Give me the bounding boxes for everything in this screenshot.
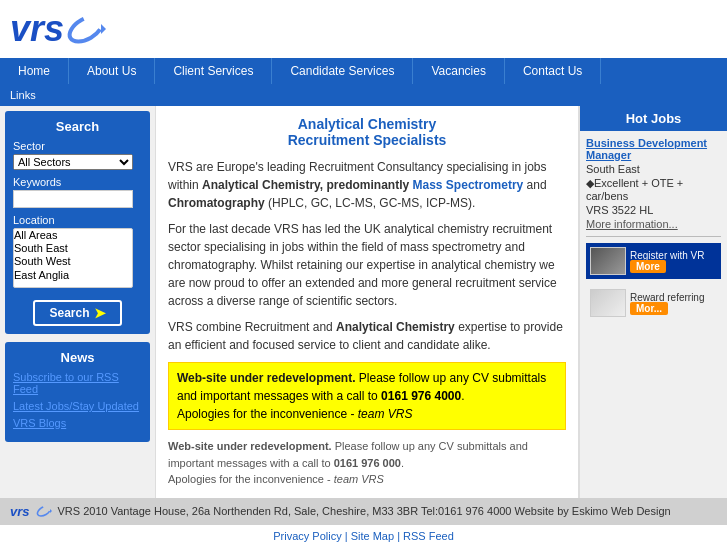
register-content: Register with VR More (630, 250, 704, 272)
sector-select[interactable]: All Sectors Analytical Chemistry Biochem… (13, 154, 133, 170)
search-panel: Search Sector All Sectors Analytical Che… (5, 111, 150, 334)
hot-job-1-ref: VRS 3522 HL (586, 204, 721, 216)
footer-links: Privacy Policy | Site Map | RSS Feed (0, 525, 727, 546)
highlight-box: Web-site under redevelopment. Please fol… (168, 362, 566, 430)
divider (586, 236, 721, 237)
content-subtitle: Recruitment Specialists (168, 132, 566, 148)
footer-address: VRS 2010 Vantage House, 26a Northenden R… (58, 505, 671, 517)
footer-logo-arrow (36, 505, 52, 517)
content-para2: For the last decade VRS has led the UK a… (168, 220, 566, 310)
hot-jobs-content: Business Development Manager South East … (580, 131, 727, 333)
news-blogs-link[interactable]: VRS Blogs (13, 417, 142, 429)
nav-about[interactable]: About Us (69, 58, 155, 84)
news-panel: News Subscribe to our RSS Feed Latest Jo… (5, 342, 150, 442)
logo-arrow-icon (66, 14, 106, 44)
hot-job-1-more[interactable]: More information... (586, 218, 721, 230)
register-more-btn[interactable]: More (630, 260, 666, 273)
highlight-phone: 0161 976 4000 (381, 389, 461, 403)
sub-nav: Links (0, 84, 727, 106)
location-label: Location (13, 214, 142, 226)
footer-sitemap-link[interactable]: Site Map (351, 530, 394, 542)
search-arrow-icon: ➤ (94, 305, 106, 321)
footer-rss-link[interactable]: RSS Feed (403, 530, 454, 542)
svg-point-2 (36, 505, 52, 517)
svg-marker-1 (101, 24, 106, 34)
keywords-label: Keywords (13, 176, 142, 188)
plain-text: Web-site under redevelopment. Please fol… (168, 438, 566, 488)
search-title: Search (13, 119, 142, 134)
reward-thumb (590, 289, 626, 317)
reward-more-btn[interactable]: Mor... (630, 302, 668, 315)
footer-logo: vrs (10, 504, 30, 519)
logo-vrs: vrs (10, 8, 64, 50)
nav-client-services[interactable]: Client Services (155, 58, 272, 84)
page-footer: vrs VRS 2010 Vantage House, 26a Northend… (0, 498, 727, 525)
location-select[interactable]: All Areas South East South West East Ang… (13, 228, 133, 288)
register-banner[interactable]: Register with VR More (586, 243, 721, 279)
reward-content: Reward referring Mor... (630, 292, 704, 314)
nav-vacancies[interactable]: Vacancies (413, 58, 504, 84)
sector-label: Sector (13, 140, 142, 152)
hot-job-1-title[interactable]: Business Development Manager (586, 137, 721, 161)
hot-job-1-location: South East (586, 163, 721, 175)
news-rss-link[interactable]: Subscribe to our RSS Feed (13, 371, 142, 395)
left-sidebar: Search Sector All Sectors Analytical Che… (0, 106, 155, 498)
hot-jobs-sidebar: Hot Jobs Business Development Manager So… (579, 106, 727, 498)
highlight-bold: Web-site under redevelopment. (177, 371, 355, 385)
hot-job-1-detail: ◆Excellent + OTE + car/bens (586, 177, 721, 202)
svg-marker-3 (50, 509, 52, 513)
content-para3: VRS combine Recruitment and Analytical C… (168, 318, 566, 354)
main-nav: Home About Us Client Services Candidate … (0, 58, 727, 84)
search-button[interactable]: Search ➤ (33, 300, 121, 326)
sub-nav-links[interactable]: Links (10, 89, 36, 101)
content-title: Analytical Chemistry (168, 116, 566, 132)
svg-point-0 (66, 14, 106, 44)
footer-privacy-link[interactable]: Privacy Policy (273, 530, 341, 542)
hot-jobs-title: Hot Jobs (580, 106, 727, 131)
main-layout: Search Sector All Sectors Analytical Che… (0, 106, 727, 498)
search-button-label: Search (49, 306, 89, 320)
nav-contact[interactable]: Contact Us (505, 58, 601, 84)
page-header: vrs (0, 0, 727, 58)
reward-banner[interactable]: Reward referring Mor... (586, 285, 721, 321)
main-content: Analytical Chemistry Recruitment Special… (155, 106, 579, 498)
nav-home[interactable]: Home (0, 58, 69, 84)
register-thumb (590, 247, 626, 275)
keywords-input[interactable] (13, 190, 133, 208)
news-jobs-link[interactable]: Latest Jobs/Stay Updated (13, 400, 142, 412)
news-title: News (13, 350, 142, 365)
nav-candidate-services[interactable]: Candidate Services (272, 58, 413, 84)
content-para1: VRS are Europe's leading Recruitment Con… (168, 158, 566, 212)
